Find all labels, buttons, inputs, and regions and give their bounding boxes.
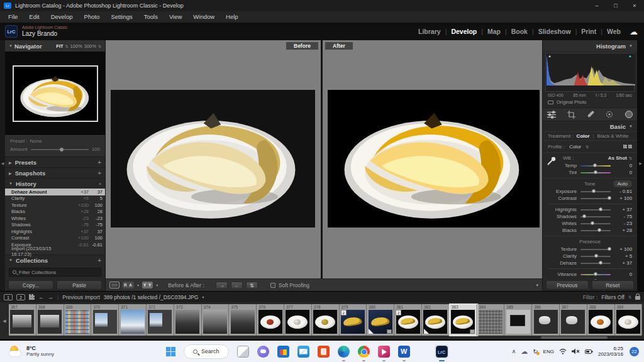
texture-value[interactable]: + 100 xyxy=(614,246,632,252)
clarity-knob[interactable] xyxy=(594,254,598,258)
amount-knob[interactable] xyxy=(60,148,64,151)
menu-help[interactable]: Help xyxy=(220,11,244,23)
word-button[interactable]: W xyxy=(398,346,410,358)
saturation-value[interactable]: 0 xyxy=(614,278,632,280)
history-item[interactable]: Texture+100100 xyxy=(5,202,105,209)
basic-adjustments-icon[interactable] xyxy=(547,111,557,119)
exposure-value[interactable]: - 0.61 xyxy=(614,189,632,194)
texture-knob[interactable] xyxy=(608,247,611,251)
filmstrip-source-dropdown-icon[interactable]: ▾ xyxy=(202,295,204,299)
shadow-clipping-indicator[interactable]: ▲ xyxy=(548,54,552,58)
disclosure-icon[interactable]: ▼ xyxy=(9,44,13,48)
highlight-clipping-indicator[interactable]: ▲ xyxy=(628,54,632,58)
before-photo[interactable] xyxy=(111,90,315,228)
search-box[interactable]: Search xyxy=(184,344,229,359)
zoom-100[interactable]: 100% xyxy=(70,43,82,49)
loupe-view-icon[interactable] xyxy=(109,282,119,288)
disclosure-icon[interactable]: ▶ xyxy=(9,160,12,165)
wifi-icon[interactable] xyxy=(559,346,567,357)
filter-updown-icon[interactable]: ⇅ xyxy=(628,295,631,299)
collapse-right-icon[interactable]: ▶ xyxy=(637,161,644,165)
reference-view-icon[interactable]: R A xyxy=(123,282,134,288)
office-button[interactable] xyxy=(318,346,330,358)
previous-button[interactable]: Previous xyxy=(546,280,589,290)
navigator-header[interactable]: ▼ Navigator FIT ⇅ 100% 300% ⇅ xyxy=(5,40,105,52)
amount-slider[interactable] xyxy=(31,149,89,150)
taskbar-clock[interactable]: 6:25 2023/03/16 xyxy=(598,346,623,357)
snapshots-section-header[interactable]: ▶ Snapshots + xyxy=(5,167,105,178)
primary-monitor-button[interactable]: 1 xyxy=(4,294,13,300)
vibrance-value[interactable]: 0 xyxy=(614,272,632,277)
filmstrip-thumb-374[interactable]: 374 xyxy=(202,304,230,336)
histogram-header[interactable]: Histogram ▼ xyxy=(543,40,637,52)
whites-value[interactable]: - 23 xyxy=(614,221,632,226)
crop-tool-icon[interactable] xyxy=(567,111,575,119)
vibrance-slider[interactable] xyxy=(580,274,611,275)
shadows-slider[interactable] xyxy=(580,216,611,217)
filmstrip-thumb-376[interactable]: 376 xyxy=(257,304,284,336)
clarity-slider[interactable] xyxy=(580,256,611,257)
dropdown-icon[interactable]: ▾ xyxy=(137,283,139,287)
before-after-view-icon[interactable]: Y Y xyxy=(142,282,153,288)
filmstrip-thumb-371[interactable]: 371 xyxy=(119,304,147,336)
profile-updown-icon[interactable]: ⇅ xyxy=(586,145,589,149)
treatment-bw-option[interactable]: Black & White xyxy=(597,133,629,139)
add-collection-icon[interactable]: + xyxy=(97,257,101,264)
auto-button[interactable]: Auto xyxy=(613,180,632,187)
shadows-value[interactable]: - 75 xyxy=(614,214,632,219)
history-item[interactable]: Blacks+2828 xyxy=(5,209,105,216)
history-item[interactable]: Clarity+55 xyxy=(5,195,105,202)
language-indicator[interactable]: ENG xyxy=(543,349,554,354)
menu-edit[interactable]: Edit xyxy=(23,11,45,23)
tray-expand-icon[interactable]: ∧ xyxy=(512,348,516,354)
zoom-fit[interactable]: FIT xyxy=(56,43,63,49)
toolbar-options-icon[interactable]: ▾ xyxy=(536,283,538,288)
filmstrip-thumb-375[interactable]: 375 xyxy=(229,304,257,336)
history-item[interactable]: Dehaze Amount+3737 xyxy=(5,189,105,195)
close-button[interactable]: × xyxy=(625,0,644,11)
after-photo[interactable] xyxy=(328,90,540,228)
copy-button[interactable]: Copy... xyxy=(8,280,53,290)
filmstrip-source[interactable]: Previous Import xyxy=(62,294,100,300)
add-snapshot-icon[interactable]: + xyxy=(97,170,101,177)
filmstrip-scrollbar[interactable] xyxy=(541,336,608,339)
filmstrip-thumb-373[interactable]: 373 xyxy=(174,304,202,336)
history-section-header[interactable]: ▼ History × xyxy=(5,178,105,189)
filmstrip-thumb-369[interactable]: 369 xyxy=(64,304,92,336)
wb-updown-icon[interactable]: ⇅ xyxy=(629,156,632,160)
profile-browser-icon[interactable] xyxy=(623,145,632,148)
filter-collections-input[interactable]: Filter Collections xyxy=(9,268,101,277)
pen-battery-icon[interactable] xyxy=(585,346,593,357)
add-preset-icon[interactable]: + xyxy=(97,159,101,166)
contrast-knob[interactable] xyxy=(608,196,611,200)
left-panel-collapse-strip[interactable]: ◀ xyxy=(0,40,5,291)
edge-button[interactable] xyxy=(338,346,350,358)
update-icon[interactable]: ↻ xyxy=(533,348,538,355)
navigator-preview[interactable] xyxy=(5,52,105,135)
chrome-button[interactable] xyxy=(358,346,370,358)
menu-develop[interactable]: Develop xyxy=(45,11,79,23)
module-book[interactable]: Book xyxy=(511,28,528,35)
lightroom-taskbar-button[interactable]: LrC xyxy=(435,344,449,359)
filmstrip-thumb-384[interactable]: 384 xyxy=(477,304,505,336)
swap-before-after-button[interactable]: ⇅ xyxy=(246,282,258,289)
disclosure-icon[interactable]: ▶ xyxy=(9,171,12,175)
redeye-tool-icon[interactable] xyxy=(605,111,614,118)
start-button[interactable] xyxy=(166,347,175,356)
exposure-knob[interactable] xyxy=(592,189,596,193)
onedrive-icon[interactable]: ☁ xyxy=(521,348,528,356)
filmstrip-thumb-389[interactable]: 389 xyxy=(615,304,643,336)
reset-button[interactable]: Reset xyxy=(592,280,635,290)
dehaze-value[interactable]: + 37 xyxy=(614,260,632,266)
tint-knob[interactable] xyxy=(594,170,597,174)
histogram-graph[interactable]: ▲▲ xyxy=(545,53,635,92)
clarity-value[interactable]: + 5 xyxy=(614,253,632,259)
module-library[interactable]: Library xyxy=(418,28,441,35)
navigator-photo[interactable] xyxy=(13,65,98,122)
cloud-sync-icon[interactable]: ☁ xyxy=(630,27,638,36)
disclosure-icon[interactable]: ▼ xyxy=(9,258,13,262)
saturation-knob[interactable] xyxy=(594,279,597,280)
blacks-slider[interactable] xyxy=(580,230,611,231)
contrast-value[interactable]: + 100 xyxy=(614,195,632,201)
temp-slider[interactable] xyxy=(580,165,611,167)
